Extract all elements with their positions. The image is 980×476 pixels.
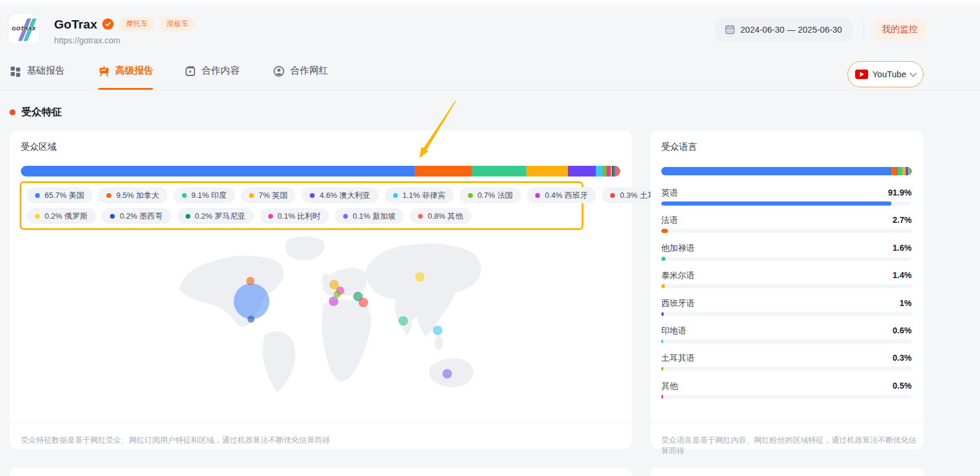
language-bar-track (661, 395, 912, 399)
language-card-title: 受众语言 (661, 141, 697, 153)
region-stacked-bar (21, 166, 620, 176)
grid-icon (10, 65, 21, 77)
language-bar-fill (661, 229, 668, 233)
tab-label: 高级报告 (115, 65, 153, 77)
language-bar-segment-法语[interactable] (891, 167, 898, 175)
map-bubble-西班牙[interactable] (329, 297, 338, 306)
legend-label: 0.2% 俄罗斯 (45, 211, 87, 222)
language-row-法语: 法语2.7% (661, 215, 912, 242)
language-row-英语: 英语91.9% (661, 188, 912, 215)
report-tabs: 基础报告 高级报告 合作内容 合作网红 (0, 59, 980, 90)
legend-pill-罗马尼亚[interactable]: 0.2% 罗马尼亚 (177, 208, 254, 224)
map-bubble-澳大利亚[interactable] (442, 369, 452, 379)
language-bar-segment-英语[interactable] (661, 167, 891, 175)
region-bar-segment-英国[interactable] (526, 166, 568, 176)
language-bar-track (661, 229, 912, 233)
legend-pill-比利时[interactable]: 0.1% 比利时 (260, 208, 329, 224)
platform-selector[interactable]: YouTube (847, 61, 924, 87)
language-row-其他: 其他0.5% (661, 381, 912, 408)
legend-label: 0.2% 罗马尼亚 (195, 211, 246, 222)
audience-language-card: 受众语言 英语91.9%法语2.7%他加禄语1.6%泰米尔语1.4%西班牙语1%… (651, 131, 924, 449)
language-bar-segment-其他[interactable] (910, 167, 912, 175)
next-section-peek (10, 468, 632, 476)
legend-label: 65.7% 美国 (45, 190, 84, 201)
world-map-shapes (170, 233, 485, 393)
legend-pill-俄罗斯[interactable]: 0.2% 俄罗斯 (27, 208, 96, 224)
brand-url[interactable]: https://gotrax.com (54, 36, 120, 45)
region-bar-segment-澳大利亚[interactable] (568, 166, 595, 176)
region-bar-segment-其他[interactable] (615, 166, 620, 176)
language-bar-segment-他加禄语[interactable] (898, 167, 902, 175)
page: GOTRAX GoTrax 摩托车 滑板车 https://gotrax.com… (0, 0, 980, 476)
language-row-泰米尔语: 泰米尔语1.4% (661, 270, 912, 298)
region-bar-segment-菲律宾[interactable] (596, 166, 602, 176)
legend-pill-印度[interactable]: 9.1% 印度 (174, 187, 235, 203)
legend-label: 0.8% 其他 (428, 211, 463, 222)
legend-dot-icon (106, 193, 111, 198)
card-divider (10, 423, 632, 423)
legend-label: 9.5% 加拿大 (116, 190, 159, 201)
language-bar-fill (661, 395, 663, 399)
language-stacked-bar (661, 167, 912, 175)
card-divider (651, 423, 924, 423)
date-range-value: 2024-06-30 — 2025-06-30 (740, 25, 842, 34)
tab-advanced-report[interactable]: 高级报告 (98, 65, 153, 77)
language-value: 91.9% (888, 188, 912, 197)
person-icon (273, 65, 285, 77)
legend-label: 0.7% 法国 (478, 190, 513, 201)
legend-label: 0.4% 西班牙 (545, 190, 588, 201)
legend-pill-西班牙[interactable]: 0.4% 西班牙 (527, 187, 596, 203)
map-bubble-印度[interactable] (398, 316, 408, 326)
next-section-peek (651, 468, 924, 476)
legend-pill-澳大利亚[interactable]: 4.6% 澳大利亚 (301, 187, 378, 203)
legend-dot-icon (268, 214, 273, 219)
language-bar-fill (661, 284, 665, 288)
map-bubble-俄罗斯[interactable] (415, 272, 425, 282)
legend-dot-icon (310, 193, 315, 198)
legend-dot-icon (535, 193, 540, 198)
map-bubble-菲律宾[interactable] (433, 326, 442, 335)
my-monitor-button[interactable]: 我的监控 (874, 18, 926, 41)
region-bar-segment-加拿大[interactable] (414, 166, 472, 176)
video-square-icon (184, 65, 196, 77)
legend-label: 9.1% 印度 (191, 190, 227, 201)
language-name: 泰米尔语 (661, 270, 695, 281)
tab-basic-report[interactable]: 基础报告 (10, 65, 65, 77)
date-range-picker[interactable]: 2024-06-30 — 2025-06-30 (715, 18, 852, 41)
legend-pill-英国[interactable]: 7% 英国 (241, 187, 296, 203)
legend-pill-美国[interactable]: 65.7% 美国 (27, 187, 92, 203)
platform-label: YouTube (872, 70, 906, 79)
region-bar-segment-法国[interactable] (602, 166, 607, 176)
language-bar-fill (661, 367, 663, 371)
legend-pill-墨西哥[interactable]: 0.2% 墨西哥 (102, 208, 171, 224)
language-value: 0.6% (893, 326, 912, 335)
legend-pill-新加坡[interactable]: 0.1% 新加坡 (335, 208, 404, 224)
language-bar-track (661, 257, 912, 261)
map-bubble-土耳其[interactable] (359, 298, 368, 307)
legend-pill-法国[interactable]: 0.7% 法国 (460, 187, 521, 203)
verified-badge-icon (102, 18, 114, 30)
map-bubble-墨西哥[interactable] (247, 316, 255, 323)
language-bar-fill (661, 312, 664, 316)
language-value: 0.3% (893, 353, 912, 362)
tab-cooperation-influencers[interactable]: 合作网红 (273, 65, 328, 77)
language-name: 他加禄语 (661, 243, 695, 254)
legend-dot-icon (393, 193, 398, 198)
legend-dot-icon (110, 214, 115, 219)
legend-pill-其他[interactable]: 0.8% 其他 (410, 208, 471, 224)
region-bar-segment-印度[interactable] (472, 166, 526, 176)
language-value: 0.5% (893, 381, 912, 390)
calendar-icon (725, 24, 735, 34)
legend-pill-菲律宾[interactable]: 1.1% 菲律宾 (385, 187, 454, 203)
language-value: 1% (900, 298, 912, 308)
language-footnote: 受众语言是基于网红内容、网红粉丝的区域特征，通过机器算法不断优化估算而得 (661, 435, 924, 456)
language-row-土耳其语: 土耳其语0.3% (661, 353, 912, 380)
region-bar-segment-美国[interactable] (21, 166, 414, 176)
legend-pill-加拿大[interactable]: 9.5% 加拿大 (98, 187, 167, 203)
map-bubble-美国[interactable] (234, 283, 269, 319)
language-bar-track (661, 367, 912, 371)
language-bar-fill (661, 201, 891, 206)
section-bullet-icon (10, 109, 15, 115)
language-row-西班牙语: 西班牙语1% (661, 298, 912, 326)
tab-cooperation-content[interactable]: 合作内容 (184, 65, 240, 77)
